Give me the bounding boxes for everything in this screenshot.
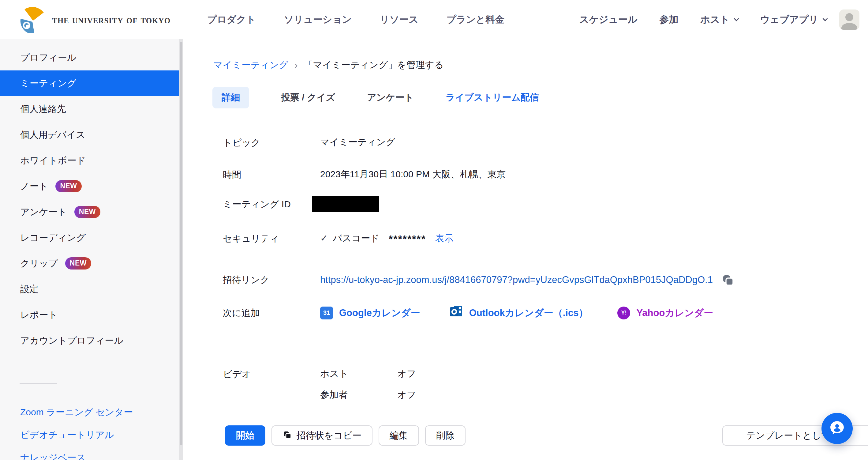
sidebar-item-reports[interactable]: レポート xyxy=(0,302,179,328)
yahoo-calendar-icon: Y! xyxy=(617,307,630,319)
breadcrumb-my-meetings-link[interactable]: マイミーティング xyxy=(213,59,288,71)
chevron-down-icon xyxy=(823,16,828,21)
utokyo-logo[interactable]: The University of Tokyo xyxy=(18,5,170,34)
host-menu[interactable]: ホスト xyxy=(700,13,738,26)
tab-livestream[interactable]: ライブストリーム配信 xyxy=(446,91,539,104)
new-badge: NEW xyxy=(74,206,100,218)
footer-actions: 開始 招待状をコピー 編集 削除 xyxy=(225,425,466,445)
time-value: 2023年11月30日 10:00 PM 大阪、札幌、東京 xyxy=(320,168,506,181)
nav-plans[interactable]: プランと料金 xyxy=(446,13,504,26)
top-header: The University of Tokyo プロダクト ソリューション リソ… xyxy=(0,0,868,39)
video-host-value: オフ xyxy=(397,368,416,380)
sidebar-item-settings[interactable]: 設定 xyxy=(0,276,179,302)
account-nav: スケジュール 参加 ホスト ウェブアプリ xyxy=(579,13,827,26)
invite-link-label: 招待リンク xyxy=(223,273,320,286)
utokyo-logo-text: The University of Tokyo xyxy=(52,13,170,26)
yahoo-calendar-link[interactable]: Y! Yahooカレンダー xyxy=(617,307,713,319)
copy-invitation-button[interactable]: 招待状をコピー xyxy=(272,425,372,445)
security-label: セキュリティ xyxy=(223,232,320,245)
section-divider xyxy=(320,347,575,347)
check-icon: ✓ xyxy=(320,233,328,243)
passcode-label: パスコード xyxy=(333,233,379,243)
add-to-calendar-row: 次に追加 31 Googleカレンダー xyxy=(223,305,868,321)
security-row: セキュリティ ✓パスコード********表示 xyxy=(223,232,868,245)
breadcrumb-chevron-icon: › xyxy=(294,59,298,71)
primary-nav: プロダクト ソリューション リソース プランと料金 xyxy=(207,13,504,26)
video-participant-label: 参加者 xyxy=(320,389,397,401)
sidebar-item-devices[interactable]: 個人用デバイス xyxy=(0,122,179,148)
sidebar-item-contacts[interactable]: 個人連絡先 xyxy=(0,96,179,122)
outlook-calendar-icon xyxy=(450,305,463,321)
outlook-calendar-link[interactable]: Outlookカレンダー（.ics） xyxy=(450,305,588,321)
edit-button[interactable]: 編集 xyxy=(379,425,419,445)
passcode-mask: ******** xyxy=(389,233,426,245)
video-row: ビデオ ホスト オフ 参加者 オフ xyxy=(223,368,868,401)
add-to-label: 次に追加 xyxy=(223,306,320,319)
topic-row: トピック マイミーティング xyxy=(223,136,868,149)
copy-link-icon[interactable] xyxy=(721,274,735,289)
invite-url-link[interactable]: https://u-tokyo-ac-jp.zoom.us/j/88416670… xyxy=(320,275,713,285)
new-badge: NEW xyxy=(65,257,91,269)
time-label: 時間 xyxy=(223,168,320,181)
breadcrumb: マイミーティング › 「マイミーティング」を管理する xyxy=(213,59,868,71)
invite-link-row: 招待リンク https://u-tokyo-ac-jp.zoom.us/j/88… xyxy=(223,272,868,288)
sidebar-link-video-tutorials[interactable]: ビデオチュートリアル xyxy=(0,424,183,446)
sidebar-link-learning-center[interactable]: Zoom ラーニング センター xyxy=(0,401,183,424)
new-badge: NEW xyxy=(55,180,82,192)
video-label: ビデオ xyxy=(223,368,320,381)
time-row: 時間 2023年11月30日 10:00 PM 大阪、札幌、東京 xyxy=(223,168,868,181)
video-host-label: ホスト xyxy=(320,368,397,380)
support-chat-button[interactable] xyxy=(822,413,853,444)
sidebar-item-clips[interactable]: クリップNEW xyxy=(0,251,179,276)
breadcrumb-current: 「マイミーティング」を管理する xyxy=(304,59,444,71)
join-link[interactable]: 参加 xyxy=(659,13,678,26)
schedule-link[interactable]: スケジュール xyxy=(579,13,638,26)
sidebar-item-recordings[interactable]: レコーディング xyxy=(0,225,179,251)
meeting-details: トピック マイミーティング 時間 2023年11月30日 10:00 PM 大阪… xyxy=(223,136,868,401)
user-avatar[interactable] xyxy=(839,9,860,30)
chevron-down-icon xyxy=(734,16,739,21)
topic-value: マイミーティング xyxy=(320,136,395,148)
nav-solutions[interactable]: ソリューション xyxy=(284,13,352,26)
topic-label: トピック xyxy=(223,136,320,149)
meeting-id-redacted xyxy=(312,196,379,212)
sidebar-link-knowledge-base[interactable]: ナレッジベース xyxy=(0,446,183,460)
meeting-id-label: ミーティング ID xyxy=(223,198,320,211)
google-calendar-link[interactable]: 31 Googleカレンダー xyxy=(320,307,420,319)
sidebar-item-meetings[interactable]: ミーティング xyxy=(0,70,179,96)
video-participant-value: オフ xyxy=(397,389,416,401)
webapp-menu[interactable]: ウェブアプリ xyxy=(760,13,827,26)
sidebar-item-notes[interactable]: ノートNEW xyxy=(0,173,179,199)
main-content: マイミーティング › 「マイミーティング」を管理する 詳細 投票 / クイズ ア… xyxy=(183,39,868,460)
chat-person-icon xyxy=(828,419,846,438)
sidebar-item-account-profile[interactable]: アカウントプロフィール xyxy=(0,328,179,353)
tab-polls-quizzes[interactable]: 投票 / クイズ xyxy=(281,91,335,104)
copy-icon xyxy=(282,430,292,442)
nav-products[interactable]: プロダクト xyxy=(207,13,256,26)
sidebar-item-surveys[interactable]: アンケートNEW xyxy=(0,199,179,225)
start-button[interactable]: 開始 xyxy=(225,425,266,445)
utokyo-ginkgo-icon xyxy=(18,5,46,34)
tab-details[interactable]: 詳細 xyxy=(212,87,249,108)
meeting-tabs: 詳細 投票 / クイズ アンケート ライブストリーム配信 xyxy=(212,87,868,108)
sidebar-divider xyxy=(20,383,57,384)
nav-resources[interactable]: リソース xyxy=(380,13,418,26)
meeting-id-row: ミーティング ID xyxy=(223,196,868,212)
tab-survey[interactable]: アンケート xyxy=(367,91,414,104)
sidebar-item-whiteboard[interactable]: ホワイトボード xyxy=(0,148,179,173)
sidebar-item-profile[interactable]: プロフィール xyxy=(0,45,179,70)
show-passcode-link[interactable]: 表示 xyxy=(435,233,454,243)
google-calendar-icon: 31 xyxy=(320,307,333,319)
delete-button[interactable]: 削除 xyxy=(425,425,466,445)
sidebar-scrollbar[interactable] xyxy=(180,42,182,445)
security-value: ✓パスコード********表示 xyxy=(320,232,454,245)
sidebar: プロフィール ミーティング 個人連絡先 個人用デバイス ホワイトボード ノートN… xyxy=(0,39,183,460)
